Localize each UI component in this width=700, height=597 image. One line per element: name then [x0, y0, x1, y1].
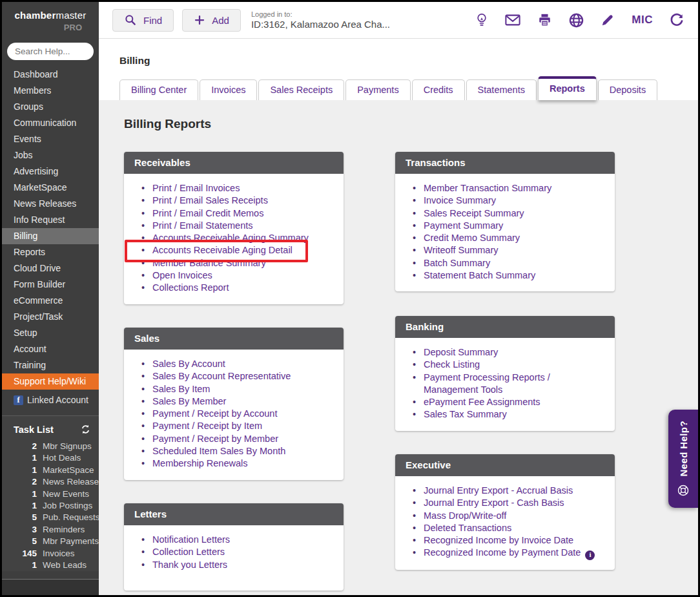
tab-deposits[interactable]: Deposits: [598, 79, 657, 100]
report-link[interactable]: Check Listing: [411, 359, 604, 371]
pencil-icon[interactable]: [601, 13, 615, 27]
sidebar-item-jobs[interactable]: Jobs: [2, 147, 99, 163]
report-link[interactable]: Sales Tax Summary: [411, 408, 604, 421]
report-link[interactable]: Recognized Income by Invoice Date: [411, 534, 604, 547]
report-link[interactable]: Print / Email Credit Memos: [139, 207, 333, 220]
task-row-mbr-signups[interactable]: 2Mbr Signups: [14, 441, 91, 452]
page-title: Billing: [119, 55, 698, 67]
card-banking-header: Banking: [395, 316, 615, 338]
sidebar-item-reports[interactable]: Reports: [2, 244, 99, 260]
report-link[interactable]: Print / Email Invoices: [139, 182, 333, 194]
report-link[interactable]: Sales By Account: [139, 358, 333, 370]
report-link[interactable]: Payment Processing Reports / Management …: [411, 372, 604, 397]
task-row-mbr-payments[interactable]: 5Mbr Payments: [14, 536, 91, 547]
add-button[interactable]: Add: [182, 9, 241, 32]
task-row-reminders[interactable]: 3Reminders: [14, 524, 91, 536]
report-link[interactable]: Member Balance Summary: [139, 257, 333, 269]
report-link[interactable]: Accounts Receivable Aging Summary: [139, 232, 333, 244]
task-row-marketspace[interactable]: 1MarketSpace: [14, 465, 91, 476]
report-link[interactable]: Deposit Summary: [411, 346, 604, 359]
report-link[interactable]: Sales By Account Representative: [139, 370, 333, 382]
sidebar-item-events[interactable]: Events: [2, 131, 99, 147]
report-link[interactable]: Print / Email Statements: [139, 220, 333, 232]
report-link[interactable]: Scheduled Item Sales By Month: [139, 445, 333, 457]
tab-billing-center[interactable]: Billing Center: [119, 79, 198, 100]
report-link[interactable]: Sales By Item: [139, 383, 333, 395]
sidebar-item-communication[interactable]: Communication: [2, 115, 99, 131]
task-row-news-releases[interactable]: 2News Releases: [14, 476, 91, 488]
tab-invoices[interactable]: Invoices: [200, 79, 257, 100]
report-link[interactable]: Member Transaction Summary: [411, 182, 604, 194]
report-link[interactable]: Payment Summary: [411, 220, 604, 232]
search-help-input[interactable]: [7, 43, 94, 60]
sidebar-item-account[interactable]: Account: [2, 341, 99, 357]
task-count: 1: [14, 560, 37, 571]
report-link[interactable]: Journal Entry Export - Accrual Basis: [411, 485, 604, 497]
task-row-hot-deals[interactable]: 1Hot Deals: [14, 452, 91, 464]
card-receivables: Receivables Print / Email Invoices Print…: [124, 152, 344, 304]
tab-sales-receipts[interactable]: Sales Receipts: [258, 79, 344, 100]
report-link[interactable]: Thank you Letters: [139, 559, 333, 571]
report-link[interactable]: Sales By Member: [139, 395, 333, 408]
tab-payments[interactable]: Payments: [345, 79, 410, 100]
task-row-new-events[interactable]: 1New Events: [14, 488, 91, 500]
task-row-pub-requests[interactable]: 5Pub. Requests: [14, 512, 91, 523]
refresh-icon[interactable]: [670, 13, 684, 27]
report-link[interactable]: Recognized Income by Payment Datei: [411, 547, 604, 560]
sidebar-item-linked-account[interactable]: f Linked Account: [2, 391, 99, 409]
need-help-tab[interactable]: Need Help?: [668, 410, 698, 508]
tab-reports[interactable]: Reports: [538, 76, 597, 100]
sidebar-item-info-request[interactable]: Info Request: [2, 212, 99, 228]
mic-menu[interactable]: MIC: [632, 14, 653, 26]
sidebar-item-setup[interactable]: Setup: [2, 325, 99, 341]
globe-icon[interactable]: [569, 13, 584, 28]
report-link[interactable]: Payment / Receipt by Item: [139, 420, 333, 432]
report-link[interactable]: Invoice Summary: [411, 194, 604, 207]
report-link[interactable]: Statement Batch Summary: [411, 269, 604, 282]
report-link[interactable]: Sales Receipt Summary: [411, 207, 604, 220]
report-link-label: Recognized Income by Payment Date: [424, 547, 581, 558]
envelope-icon[interactable]: [505, 14, 520, 26]
report-link[interactable]: Mass Drop/Write-off: [411, 510, 604, 522]
top-toolbar: Find Add Logged in to: ID:3162, Kalamazo…: [99, 2, 698, 39]
report-link[interactable]: ePayment Fee Assignments: [411, 396, 604, 408]
task-row-web-leads[interactable]: 1Web Leads: [14, 560, 91, 571]
report-link[interactable]: Batch Summary: [411, 257, 604, 269]
task-count: 2: [14, 476, 37, 488]
sidebar-item-form-builder[interactable]: Form Builder: [2, 277, 99, 293]
sidebar-item-members[interactable]: Members: [2, 83, 99, 99]
sidebar-item-advertising[interactable]: Advertising: [2, 163, 99, 180]
sidebar-item-training[interactable]: Training: [2, 357, 99, 373]
report-link[interactable]: Journal Entry Export - Cash Basis: [411, 497, 604, 509]
lightbulb-icon[interactable]: [475, 12, 488, 28]
sidebar-item-news-releases[interactable]: News Releases: [2, 196, 99, 212]
report-link[interactable]: Collections Report: [139, 282, 333, 294]
report-link[interactable]: Notification Letters: [139, 534, 333, 546]
report-link-accounts-receivable-aging-detail[interactable]: Accounts Receivable Aging Detail: [139, 244, 333, 257]
task-row-job-postings[interactable]: 1Job Postings: [14, 500, 91, 512]
report-link[interactable]: Credit Memo Summary: [411, 232, 604, 244]
sidebar-item-project-task[interactable]: Project/Task: [2, 309, 99, 325]
sidebar-item-groups[interactable]: Groups: [2, 99, 99, 115]
sidebar-item-support-help-wiki[interactable]: Support Help/Wiki: [2, 373, 99, 390]
sidebar-item-marketspace[interactable]: MarketSpace: [2, 180, 99, 196]
task-row-invoices[interactable]: 145Invoices: [14, 548, 91, 560]
report-link[interactable]: Open Invoices: [139, 269, 333, 282]
find-button[interactable]: Find: [112, 9, 174, 32]
task-refresh-icon[interactable]: [80, 424, 91, 435]
printer-icon[interactable]: [537, 13, 552, 27]
sidebar-item-cloud-drive[interactable]: Cloud Drive: [2, 260, 99, 277]
report-link[interactable]: Collection Letters: [139, 546, 333, 558]
report-link[interactable]: Payment / Receipt by Account: [139, 408, 333, 420]
report-link[interactable]: Writeoff Summary: [411, 244, 604, 257]
report-link[interactable]: Membership Renewals: [139, 457, 333, 470]
report-link[interactable]: Payment / Receipt by Member: [139, 433, 333, 445]
info-icon[interactable]: i: [585, 550, 595, 560]
report-link[interactable]: Print / Email Sales Receipts: [139, 194, 333, 207]
sidebar-item-billing[interactable]: Billing: [2, 228, 99, 244]
sidebar-item-dashboard[interactable]: Dashboard: [2, 67, 99, 83]
sidebar-item-ecommerce[interactable]: eCommerce: [2, 293, 99, 309]
report-link[interactable]: Deleted Transactions: [411, 522, 604, 534]
tab-credits[interactable]: Credits: [412, 79, 465, 100]
tab-statements[interactable]: Statements: [466, 79, 537, 100]
